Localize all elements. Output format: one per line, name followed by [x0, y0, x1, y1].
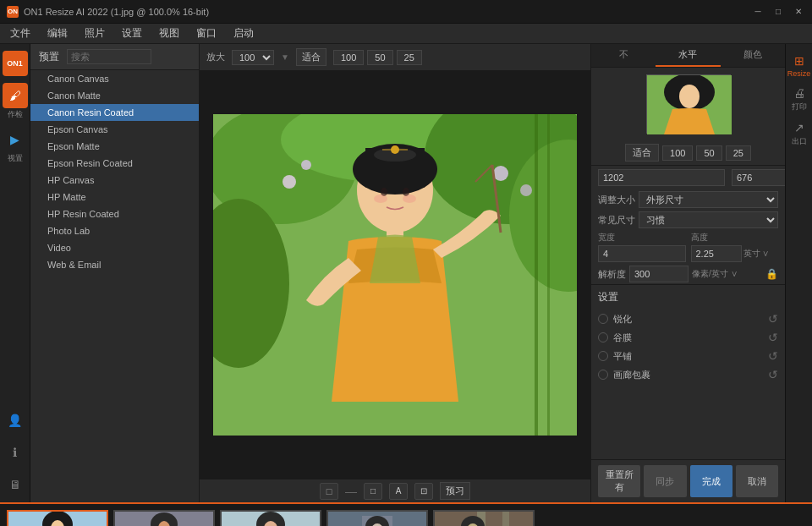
monitor-button[interactable]: 🖥 — [3, 472, 28, 497]
reset-all-button[interactable]: 重置所有 — [598, 465, 640, 497]
preset-item-8[interactable]: HP Resin Coated — [30, 205, 199, 222]
sharpen-reset[interactable]: ↺ — [768, 312, 778, 326]
preset-item-5[interactable]: Epson Resin Coated — [30, 155, 199, 172]
film-item-2[interactable]: 4.jpg 原始的 1202x676 调整 4.jpg — [220, 510, 321, 527]
main-area: 放大 100 50 25 200 ▼ 适合 100 50 25 — [200, 44, 590, 502]
preset-size-select[interactable]: 习惯 4x6 5x7 — [639, 211, 778, 228]
tab-horizontal[interactable]: 水平 — [656, 44, 720, 67]
preset-item-11[interactable]: Web & Email — [30, 256, 199, 273]
tile-radio[interactable] — [598, 351, 608, 361]
brush-tool-button[interactable]: 🖌 — [3, 83, 28, 108]
label-a-btn[interactable]: A — [389, 483, 408, 500]
width-field-input[interactable] — [598, 245, 686, 262]
film-item-4[interactable]: 6.jpg 原始的 1202x676 调整 6.jpg — [433, 510, 535, 527]
title-bar-left: ON ON1 Resize AI 2022 (1.jpg @ 100.0% 16… — [7, 6, 209, 18]
preset-item-4[interactable]: Epson Matte — [30, 138, 199, 155]
done-button[interactable]: 完成 — [690, 465, 732, 497]
width-field-label: 宽度 — [598, 232, 686, 244]
minimize-button[interactable]: ─ — [751, 5, 765, 19]
action-buttons: 重置所有 同步 完成 取消 — [591, 459, 785, 502]
sharpen-radio[interactable] — [598, 314, 608, 324]
gallery-wrap-reset[interactable]: ↺ — [768, 368, 778, 381]
menu-view[interactable]: 视图 — [156, 25, 183, 42]
person-button[interactable]: 👤 — [3, 408, 28, 433]
height-field-input[interactable] — [691, 245, 742, 262]
resolution-row: 解析度 像素/英寸 ∨ 🔒 — [591, 264, 785, 284]
zoom-50-btn[interactable]: 50 — [696, 145, 721, 161]
on1-logo-button[interactable]: ON1 — [3, 51, 28, 76]
crop-btn[interactable]: □ — [320, 483, 338, 500]
preset-item-7[interactable]: HP Matte — [30, 189, 199, 205]
preset-item-1[interactable]: Canon Matte — [30, 87, 199, 104]
zoom-out-icon: □ — [370, 486, 376, 496]
sync-button[interactable]: 同步 — [644, 465, 686, 497]
preview-thumbnail — [646, 74, 731, 134]
resize-mode-select[interactable]: 外形尺寸 长边 短边 — [639, 191, 778, 208]
svg-rect-11 — [547, 114, 550, 436]
svg-point-23 — [374, 195, 387, 203]
preview-btn[interactable]: 预习 — [440, 482, 470, 500]
right-icon-bar: ⊞ Resize 🖨 打印 ↗ 出口 — [785, 44, 812, 502]
width-px-input[interactable] — [598, 169, 725, 186]
menu-window[interactable]: 窗口 — [193, 25, 220, 42]
tab-no[interactable]: 不 — [591, 44, 656, 67]
preset-size-row: 常见尺寸 习惯 4x6 5x7 — [591, 210, 785, 230]
zoom-select[interactable]: 100 50 25 200 — [232, 50, 274, 65]
slider-dash: — — [345, 485, 357, 498]
export-tool-button[interactable]: ↗ 出口 — [788, 118, 810, 151]
print-label: 打印 — [792, 101, 807, 112]
zoom-fit-btn[interactable]: 适合 — [625, 144, 659, 162]
tab-color[interactable]: 颜色 — [721, 44, 785, 67]
preview-thumbnail-container — [591, 68, 785, 140]
menu-photo[interactable]: 照片 — [81, 25, 108, 42]
search-input[interactable] — [67, 49, 151, 64]
menu-settings[interactable]: 设置 — [118, 25, 145, 42]
fit-nums: 100 50 25 — [333, 50, 422, 65]
zoom-out-btn[interactable]: □ — [364, 483, 382, 500]
preset-item-3[interactable]: Epson Canvas — [30, 121, 199, 138]
tile-reset[interactable]: ↺ — [768, 349, 778, 363]
lock-icon[interactable]: 🔒 — [765, 268, 778, 280]
menu-start[interactable]: 启动 — [230, 25, 257, 42]
maximize-button[interactable]: □ — [771, 5, 785, 19]
print-tool-button[interactable]: 🖨 打印 — [788, 83, 810, 116]
zoom-25-btn[interactable]: 25 — [726, 145, 751, 161]
preset-item-0[interactable]: Canon Canvas — [30, 70, 199, 87]
preset-item-canon-resin[interactable]: Canon Resin Coated — [30, 104, 199, 121]
close-button[interactable]: ✕ — [792, 5, 805, 19]
menu-file[interactable]: 文件 — [7, 25, 34, 42]
icon-group-on1: ON1 — [3, 51, 28, 76]
app-body: ON1 🖌 作检 ▶ 视置 👤 ℹ 🖥 预置 Canon Canvas Cano… — [0, 44, 812, 502]
gallery-wrap-radio[interactable] — [598, 370, 608, 380]
preset-item-6[interactable]: HP Canvas — [30, 172, 199, 189]
zoom-100-btn[interactable]: 100 — [662, 145, 693, 161]
fit-button[interactable]: 适合 — [296, 48, 326, 66]
gallery-radio[interactable] — [598, 332, 608, 342]
fit-50[interactable]: 50 — [367, 50, 392, 65]
info-button[interactable]: ℹ — [3, 440, 28, 465]
resolution-label: 解析度 — [598, 268, 626, 281]
label-a: A — [396, 486, 402, 496]
film-thumb-2 — [222, 512, 320, 527]
frame-btn[interactable]: ⊡ — [414, 483, 433, 500]
preset-item-10[interactable]: Video — [30, 239, 199, 256]
preset-item-9[interactable]: Photo Lab — [30, 222, 199, 239]
resolution-unit: 像素/英寸 ∨ — [692, 268, 738, 280]
resolution-input[interactable] — [629, 266, 689, 282]
fit-100[interactable]: 100 — [333, 50, 364, 65]
cancel-button[interactable]: 取消 — [736, 465, 778, 497]
resize-size-row: 调整大小 外形尺寸 长边 短边 — [591, 189, 785, 210]
menu-bar: 文件 编辑 照片 设置 视图 窗口 启动 — [0, 24, 812, 44]
resize-tool-button[interactable]: ⊞ Resize — [788, 51, 810, 81]
gallery-reset[interactable]: ↺ — [768, 331, 778, 344]
film-item-1[interactable]: 3.jpg 原始的 1202x676 调整 3.jpg — [113, 510, 215, 527]
view-button[interactable]: ▶ — [3, 127, 28, 152]
film-item-0[interactable]: 1.jpg 原始的 1202x676 调整 1.jpg — [7, 510, 108, 527]
menu-edit[interactable]: 编辑 — [44, 25, 71, 42]
film-thumb-0 — [8, 512, 107, 527]
image-svg — [213, 114, 577, 436]
fit-25[interactable]: 25 — [397, 50, 422, 65]
setting-sharpen: 锐化 ↺ — [598, 310, 778, 328]
title-bar-controls: ─ □ ✕ — [751, 5, 805, 19]
film-item-3[interactable]: 5.jpg 原始的 1202x676 调整 5.jpg — [326, 510, 428, 527]
